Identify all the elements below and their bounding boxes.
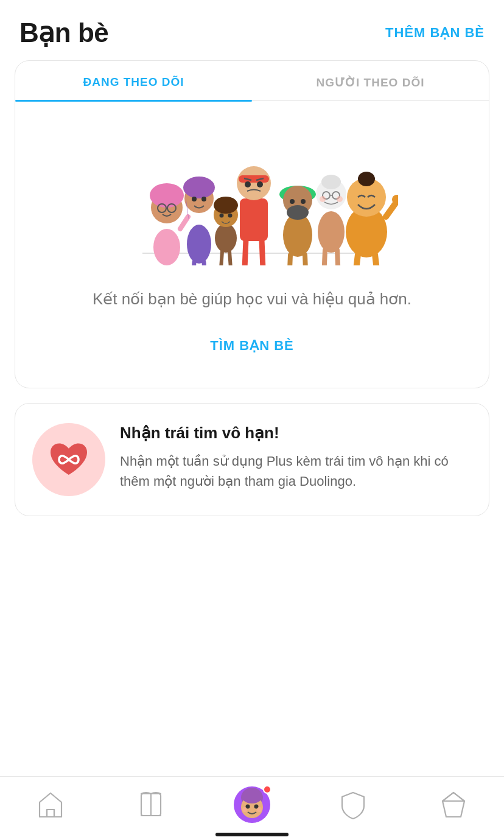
svg-point-8 xyxy=(187,225,211,264)
gem-icon xyxy=(436,788,471,822)
nav-item-profile[interactable] xyxy=(228,786,276,823)
notification-badge xyxy=(263,785,271,794)
svg-point-35 xyxy=(290,199,295,204)
svg-line-21 xyxy=(229,251,231,265)
svg-line-30 xyxy=(262,240,263,265)
svg-line-48 xyxy=(337,250,338,265)
svg-point-17 xyxy=(214,197,238,214)
svg-rect-24 xyxy=(239,175,269,183)
tab-following[interactable]: ĐANG THEO DÕI xyxy=(15,61,252,100)
nav-item-lessons[interactable] xyxy=(127,788,175,822)
svg-rect-22 xyxy=(240,198,268,241)
svg-line-47 xyxy=(324,250,325,265)
empty-state: Kết nối bạn bè giúp học vui và hiệu quả … xyxy=(15,101,489,388)
svg-point-25 xyxy=(245,181,251,187)
find-friends-button[interactable]: TÌM BẠN BÈ xyxy=(200,333,303,359)
header: Bạn bè THÊM BẠN BÈ xyxy=(0,0,504,60)
svg-point-26 xyxy=(257,181,263,187)
svg-point-39 xyxy=(318,211,345,253)
svg-point-11 xyxy=(192,197,197,201)
svg-rect-56 xyxy=(47,810,54,817)
friends-card: ĐANG THEO DÕI NGƯỜI THEO DÕI xyxy=(15,60,489,388)
nav-item-shield[interactable] xyxy=(329,788,377,822)
promo-text-container: Nhận trái tim vô hạn! Nhận một tuần sử d… xyxy=(120,423,472,491)
main-content: ĐANG THEO DÕI NGƯỜI THEO DÕI xyxy=(0,60,504,516)
svg-point-36 xyxy=(301,199,306,204)
page-title: Bạn bè xyxy=(19,17,108,48)
svg-point-1 xyxy=(153,229,180,265)
svg-line-7 xyxy=(180,217,188,229)
heart-icon xyxy=(44,435,93,484)
home-icon xyxy=(33,788,68,822)
svg-point-66 xyxy=(257,807,262,812)
bottom-nav xyxy=(0,776,504,840)
add-friends-button[interactable]: THÊM BẠN BÈ xyxy=(385,25,485,41)
tab-followers[interactable]: NGƯỜI THEO DÕI xyxy=(252,61,489,100)
tabs-container: ĐANG THEO DÕI NGƯỜI THEO DÕI xyxy=(15,61,489,101)
svg-point-51 xyxy=(358,172,375,186)
friends-illustration xyxy=(35,125,469,265)
svg-point-65 xyxy=(242,807,247,812)
nav-item-gem[interactable] xyxy=(429,788,478,822)
svg-point-10 xyxy=(183,177,215,198)
svg-marker-67 xyxy=(443,793,464,817)
svg-marker-68 xyxy=(443,793,464,801)
svg-point-46 xyxy=(337,196,343,202)
svg-point-62 xyxy=(242,789,262,803)
svg-point-34 xyxy=(287,205,309,220)
empty-description: Kết nối bạn bè giúp học vui và hiệu quả … xyxy=(35,287,469,311)
promo-card: Nhận trái tim vô hạn! Nhận một tuần sử d… xyxy=(15,403,489,516)
svg-line-55 xyxy=(375,254,377,265)
svg-point-3 xyxy=(150,183,184,208)
svg-point-12 xyxy=(201,197,206,201)
svg-line-29 xyxy=(245,240,246,265)
nav-item-home[interactable] xyxy=(26,788,75,822)
promo-title: Nhận trái tim vô hạn! xyxy=(120,423,472,444)
svg-point-23 xyxy=(237,166,271,200)
svg-line-38 xyxy=(305,255,306,265)
svg-line-13 xyxy=(193,262,194,265)
promo-description: Nhận một tuần sử dụng Plus kèm trái tim … xyxy=(120,451,472,491)
home-indicator xyxy=(215,833,289,836)
svg-point-41 xyxy=(321,175,341,189)
svg-line-54 xyxy=(355,254,358,265)
avatar-wrapper xyxy=(234,786,270,823)
shield-icon xyxy=(336,788,370,822)
svg-line-20 xyxy=(221,251,222,265)
svg-point-15 xyxy=(215,223,237,253)
heart-icon-container xyxy=(32,423,105,496)
heart-background xyxy=(32,423,105,496)
book-icon xyxy=(134,788,168,822)
svg-point-18 xyxy=(220,214,224,218)
svg-point-19 xyxy=(228,214,233,218)
svg-point-45 xyxy=(320,196,326,202)
svg-line-37 xyxy=(289,255,290,265)
svg-line-14 xyxy=(204,262,205,265)
